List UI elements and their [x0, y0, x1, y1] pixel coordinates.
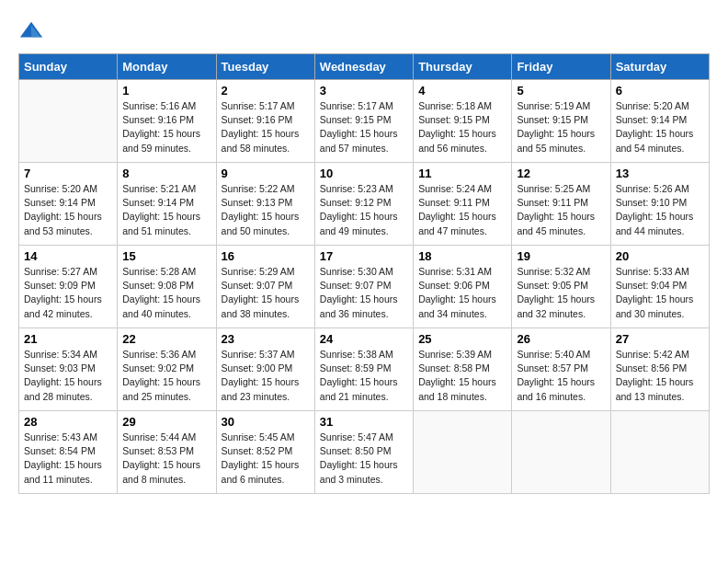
day-number: 27 [616, 332, 704, 346]
day-info: Sunrise: 5:45 AMSunset: 8:52 PMDaylight:… [222, 431, 310, 487]
day-number: 7 [24, 167, 112, 180]
calendar-cell: 17 Sunrise: 5:30 AMSunset: 9:07 PMDaylig… [314, 246, 413, 328]
calendar-row: 28 Sunrise: 5:43 AMSunset: 8:54 PMDaylig… [19, 411, 710, 494]
calendar-cell: 24 Sunrise: 5:38 AMSunset: 8:59 PMDaylig… [314, 328, 413, 411]
calendar-cell: 4 Sunrise: 5:18 AMSunset: 9:15 PMDayligh… [414, 80, 512, 163]
calendar-cell: 26 Sunrise: 5:40 AMSunset: 8:57 PMDaylig… [512, 328, 610, 411]
calendar-cell: 7 Sunrise: 5:20 AMSunset: 9:14 PMDayligh… [19, 163, 118, 246]
day-info: Sunrise: 5:26 AMSunset: 9:10 PMDaylight:… [616, 182, 704, 238]
calendar-cell: 6 Sunrise: 5:20 AMSunset: 9:14 PMDayligh… [610, 80, 709, 163]
day-number: 16 [222, 249, 310, 263]
weekday-header-row: SundayMondayTuesdayWednesdayThursdayFrid… [19, 54, 710, 80]
day-number: 13 [616, 167, 704, 180]
calendar-cell: 25 Sunrise: 5:39 AMSunset: 8:58 PMDaylig… [414, 328, 512, 411]
calendar-cell: 1 Sunrise: 5:16 AMSunset: 9:16 PMDayligh… [118, 80, 216, 163]
calendar-row: 21 Sunrise: 5:34 AMSunset: 9:03 PMDaylig… [19, 328, 710, 411]
calendar-cell [19, 80, 118, 163]
day-number: 15 [122, 249, 210, 263]
day-info: Sunrise: 5:19 AMSunset: 9:15 PMDaylight:… [517, 99, 605, 155]
day-number: 20 [616, 249, 704, 263]
day-info: Sunrise: 5:16 AMSunset: 9:16 PMDaylight:… [122, 99, 210, 155]
calendar-cell: 10 Sunrise: 5:23 AMSunset: 9:12 PMDaylig… [314, 163, 413, 246]
calendar-cell: 30 Sunrise: 5:45 AMSunset: 8:52 PMDaylig… [216, 411, 314, 494]
calendar-cell: 20 Sunrise: 5:33 AMSunset: 9:04 PMDaylig… [610, 246, 709, 328]
day-info: Sunrise: 5:24 AMSunset: 9:11 PMDaylight:… [418, 182, 506, 238]
day-info: Sunrise: 5:20 AMSunset: 9:14 PMDaylight:… [24, 182, 112, 238]
day-number: 30 [222, 415, 310, 429]
calendar-cell: 14 Sunrise: 5:27 AMSunset: 9:09 PMDaylig… [19, 246, 118, 328]
day-number: 26 [517, 332, 605, 346]
day-number: 2 [222, 84, 310, 98]
day-info: Sunrise: 5:44 AMSunset: 8:53 PMDaylight:… [122, 431, 210, 487]
day-info: Sunrise: 5:38 AMSunset: 8:59 PMDaylight:… [320, 348, 408, 404]
calendar-cell: 3 Sunrise: 5:17 AMSunset: 9:15 PMDayligh… [314, 80, 413, 163]
calendar-cell: 11 Sunrise: 5:24 AMSunset: 9:11 PMDaylig… [414, 163, 512, 246]
weekday-header-cell: Monday [118, 54, 216, 80]
calendar-cell: 18 Sunrise: 5:31 AMSunset: 9:06 PMDaylig… [414, 246, 512, 328]
day-number: 12 [517, 167, 605, 180]
weekday-header-cell: Thursday [414, 54, 512, 80]
calendar-table: SundayMondayTuesdayWednesdayThursdayFrid… [18, 53, 710, 494]
day-number: 5 [517, 84, 605, 98]
day-number: 23 [222, 332, 310, 346]
day-number: 22 [122, 332, 210, 346]
calendar-cell: 8 Sunrise: 5:21 AMSunset: 9:14 PMDayligh… [118, 163, 216, 246]
day-number: 14 [24, 249, 112, 263]
day-info: Sunrise: 5:43 AMSunset: 8:54 PMDaylight:… [24, 431, 112, 487]
calendar-cell: 23 Sunrise: 5:37 AMSunset: 9:00 PMDaylig… [216, 328, 314, 411]
calendar-cell: 28 Sunrise: 5:43 AMSunset: 8:54 PMDaylig… [19, 411, 118, 494]
calendar-cell: 13 Sunrise: 5:26 AMSunset: 9:10 PMDaylig… [610, 163, 709, 246]
day-info: Sunrise: 5:25 AMSunset: 9:11 PMDaylight:… [517, 182, 605, 238]
day-info: Sunrise: 5:27 AMSunset: 9:09 PMDaylight:… [24, 265, 112, 321]
calendar-cell: 22 Sunrise: 5:36 AMSunset: 9:02 PMDaylig… [118, 328, 216, 411]
weekday-header-cell: Sunday [19, 54, 118, 80]
day-number: 24 [320, 332, 408, 346]
weekday-header-cell: Wednesday [314, 54, 413, 80]
day-number: 8 [122, 167, 210, 180]
calendar-row: 7 Sunrise: 5:20 AMSunset: 9:14 PMDayligh… [19, 163, 710, 246]
day-number: 29 [122, 415, 210, 429]
day-info: Sunrise: 5:34 AMSunset: 9:03 PMDaylight:… [24, 348, 112, 404]
logo [18, 18, 48, 44]
calendar-cell: 15 Sunrise: 5:28 AMSunset: 9:08 PMDaylig… [118, 246, 216, 328]
calendar-cell: 21 Sunrise: 5:34 AMSunset: 9:03 PMDaylig… [19, 328, 118, 411]
calendar-cell [512, 411, 610, 494]
day-number: 4 [418, 84, 506, 98]
calendar-cell [610, 411, 709, 494]
calendar-body: 1 Sunrise: 5:16 AMSunset: 9:16 PMDayligh… [19, 80, 710, 494]
day-number: 21 [24, 332, 112, 346]
day-info: Sunrise: 5:17 AMSunset: 9:16 PMDaylight:… [222, 99, 310, 155]
weekday-header-cell: Tuesday [216, 54, 314, 80]
calendar-cell: 27 Sunrise: 5:42 AMSunset: 8:56 PMDaylig… [610, 328, 709, 411]
day-info: Sunrise: 5:22 AMSunset: 9:13 PMDaylight:… [222, 182, 310, 238]
calendar-cell: 12 Sunrise: 5:25 AMSunset: 9:11 PMDaylig… [512, 163, 610, 246]
calendar-row: 1 Sunrise: 5:16 AMSunset: 9:16 PMDayligh… [19, 80, 710, 163]
day-number: 28 [24, 415, 112, 429]
calendar-cell: 29 Sunrise: 5:44 AMSunset: 8:53 PMDaylig… [118, 411, 216, 494]
page-header [18, 18, 710, 44]
calendar-cell [414, 411, 512, 494]
day-number: 9 [222, 167, 310, 180]
calendar-cell: 19 Sunrise: 5:32 AMSunset: 9:05 PMDaylig… [512, 246, 610, 328]
calendar-cell: 31 Sunrise: 5:47 AMSunset: 8:50 PMDaylig… [314, 411, 413, 494]
day-info: Sunrise: 5:23 AMSunset: 9:12 PMDaylight:… [320, 182, 408, 238]
day-number: 1 [122, 84, 210, 98]
day-info: Sunrise: 5:30 AMSunset: 9:07 PMDaylight:… [320, 265, 408, 321]
day-info: Sunrise: 5:42 AMSunset: 8:56 PMDaylight:… [616, 348, 704, 404]
day-info: Sunrise: 5:36 AMSunset: 9:02 PMDaylight:… [122, 348, 210, 404]
day-info: Sunrise: 5:39 AMSunset: 8:58 PMDaylight:… [418, 348, 506, 404]
calendar-cell: 9 Sunrise: 5:22 AMSunset: 9:13 PMDayligh… [216, 163, 314, 246]
day-number: 3 [320, 84, 408, 98]
calendar-row: 14 Sunrise: 5:27 AMSunset: 9:09 PMDaylig… [19, 246, 710, 328]
day-number: 10 [320, 167, 408, 180]
calendar-cell: 5 Sunrise: 5:19 AMSunset: 9:15 PMDayligh… [512, 80, 610, 163]
calendar-cell: 16 Sunrise: 5:29 AMSunset: 9:07 PMDaylig… [216, 246, 314, 328]
day-info: Sunrise: 5:32 AMSunset: 9:05 PMDaylight:… [517, 265, 605, 321]
day-number: 31 [320, 415, 408, 429]
day-number: 19 [517, 249, 605, 263]
logo-icon [18, 18, 44, 44]
day-number: 6 [616, 84, 704, 98]
day-number: 17 [320, 249, 408, 263]
day-info: Sunrise: 5:31 AMSunset: 9:06 PMDaylight:… [418, 265, 506, 321]
weekday-header-cell: Saturday [610, 54, 709, 80]
